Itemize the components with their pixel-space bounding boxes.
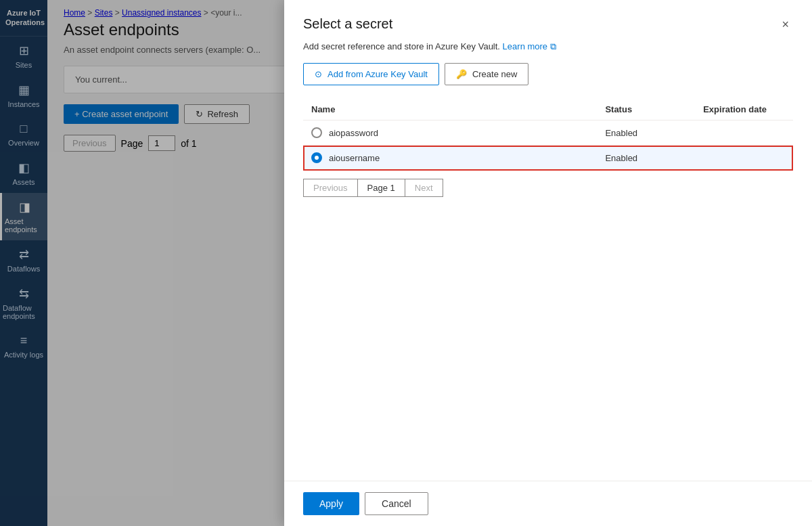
secret-name-cell: aiousername (303, 146, 597, 171)
secret-expiration (695, 146, 793, 171)
create-new-button[interactable]: 🔑 Create new (445, 63, 528, 85)
create-icon: 🔑 (456, 69, 467, 79)
cancel-button[interactable]: Cancel (365, 492, 428, 515)
col-header-name: Name (303, 99, 597, 120)
modal-previous-button[interactable]: Previous (303, 179, 358, 197)
table-row[interactable]: aiopasswordEnabled (303, 120, 793, 146)
modal-actions-top: ⊙ Add from Azure Key Vault 🔑 Create new (303, 63, 793, 85)
learn-more-link[interactable]: Learn more ⧉ (503, 41, 556, 51)
secret-name: aiopassword (329, 128, 378, 138)
modal-body: Add secret reference and store in Azure … (284, 41, 812, 481)
secret-status: Enabled (597, 146, 695, 171)
vault-icon: ⊙ (315, 69, 322, 79)
modal-title: Select a secret (303, 16, 392, 32)
secret-name: aiousername (329, 153, 380, 163)
col-header-status: Status (597, 99, 695, 120)
secret-name-cell: aiopassword (303, 120, 597, 146)
secret-status: Enabled (597, 120, 695, 146)
modal: Select a secret × Add secret reference a… (284, 0, 812, 526)
modal-next-button[interactable]: Next (405, 179, 443, 197)
secret-expiration (695, 120, 793, 146)
secret-table: Name Status Expiration date aiopasswordE… (303, 99, 793, 171)
apply-button[interactable]: Apply (303, 492, 359, 515)
modal-close-button[interactable]: × (777, 16, 793, 33)
add-from-azure-key-vault-button[interactable]: ⊙ Add from Azure Key Vault (303, 63, 439, 85)
modal-header: Select a secret × (284, 0, 812, 41)
modal-page-label: Page 1 (358, 179, 405, 197)
table-row[interactable]: aiousernameEnabled (303, 146, 793, 171)
modal-overlay: Select a secret × Add secret reference a… (0, 0, 812, 526)
col-header-expiration: Expiration date (695, 99, 793, 120)
radio-button[interactable] (311, 152, 322, 163)
modal-pagination: Previous Page 1 Next (303, 179, 793, 197)
modal-footer: Apply Cancel (284, 481, 812, 526)
external-link-icon: ⧉ (550, 41, 556, 51)
modal-subtitle: Add secret reference and store in Azure … (303, 41, 793, 52)
radio-button[interactable] (311, 127, 322, 138)
